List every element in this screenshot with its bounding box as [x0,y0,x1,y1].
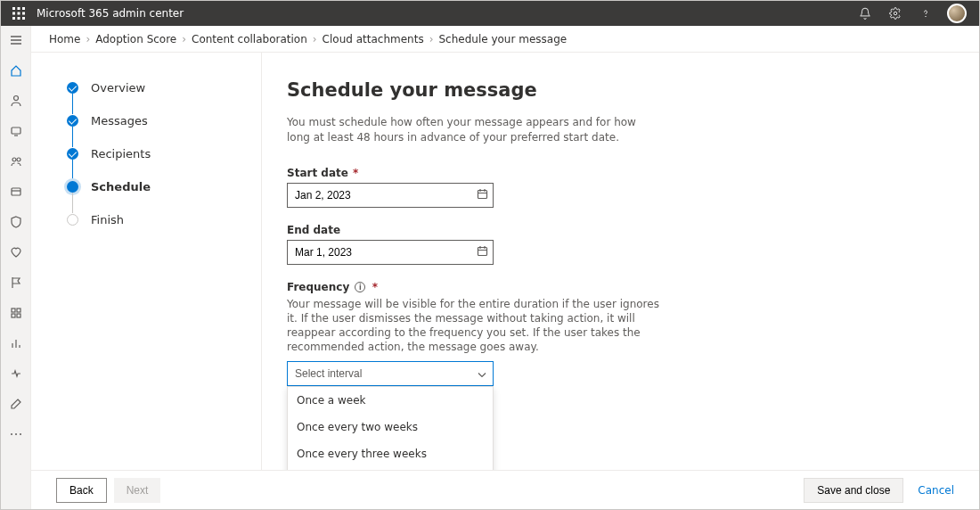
cancel-link[interactable]: Cancel [918,484,954,497]
page-title: Schedule your message [287,79,954,101]
svg-point-21 [15,433,17,435]
breadcrumb: Home › Adoption Score › Content collabor… [31,26,979,53]
rail-shield-icon[interactable] [6,213,26,231]
svg-point-20 [11,433,12,435]
step-recipients[interactable]: Recipients [67,147,240,180]
rail-users-icon[interactable] [6,92,26,110]
start-date-input[interactable] [287,183,494,208]
page-description: You must schedule how often your message… [287,115,652,145]
step-messages[interactable]: Messages [67,114,240,147]
rail-flag-icon[interactable] [6,274,26,292]
frequency-label: Frequency i * [287,281,954,293]
breadcrumb-item[interactable]: Content collaboration [192,33,307,45]
app-title: Microsoft 365 admin center [37,7,856,20]
frequency-option[interactable]: Once a week [288,387,493,414]
rail-reports-icon[interactable] [6,334,26,352]
svg-point-14 [17,158,20,161]
frequency-option[interactable]: Once a month [288,467,493,470]
rail-billing-icon[interactable] [6,183,26,201]
start-date-label: Start date * [287,167,954,179]
rail-devices-icon[interactable] [6,122,26,140]
frequency-option[interactable]: Once every three weeks [288,440,493,467]
dot-icon [67,214,78,226]
end-date-label: End date [287,224,954,236]
breadcrumb-item[interactable]: Cloud attachments [323,33,424,45]
svg-point-11 [13,96,18,101]
rail-heart-icon[interactable] [6,243,26,261]
chevron-right-icon: › [313,33,317,45]
rail-setup-icon[interactable] [6,304,26,322]
wizard-footer: Back Next Save and close Cancel [31,470,979,509]
breadcrumb-item[interactable]: Home [49,33,80,45]
frequency-help-text: Your message will be visible for the ent… [287,297,670,355]
settings-gear-icon[interactable] [886,4,904,22]
svg-rect-0 [12,7,15,10]
check-icon [67,82,78,94]
rail-home-icon[interactable] [6,62,26,79]
app-launcher-icon[interactable] [8,3,29,24]
user-avatar[interactable] [947,4,967,23]
save-and-close-button[interactable]: Save and close [804,478,903,503]
svg-rect-18 [12,314,15,317]
svg-rect-3 [12,12,15,15]
svg-rect-1 [18,7,20,10]
rail-health-icon[interactable] [6,365,26,382]
svg-rect-2 [22,7,25,10]
svg-rect-15 [12,188,20,195]
wizard-steps: Overview Messages Recipients Schedule Fi… [31,53,261,470]
chevron-right-icon: › [429,33,434,45]
help-icon[interactable] [917,4,935,22]
svg-point-13 [12,158,16,161]
info-icon[interactable]: i [355,282,365,292]
svg-point-22 [20,433,21,435]
end-date-input[interactable] [287,240,494,265]
rail-groups-icon[interactable] [6,152,26,170]
dot-icon [67,181,78,193]
svg-rect-5 [22,12,25,15]
breadcrumb-item[interactable]: Adoption Score [95,33,176,45]
svg-point-10 [926,16,927,17]
global-header: Microsoft 365 admin center [1,1,979,26]
step-schedule[interactable]: Schedule [67,180,240,213]
check-icon [67,148,78,160]
step-overview[interactable]: Overview [67,81,240,114]
svg-rect-7 [18,17,20,20]
svg-rect-4 [18,12,20,15]
rail-menu-icon[interactable] [6,31,26,49]
frequency-select[interactable]: Select interval [287,361,494,386]
form-area: Schedule your message You must schedule … [262,53,979,470]
chevron-right-icon: › [86,33,90,45]
left-rail [1,26,31,509]
svg-rect-17 [17,308,20,312]
notifications-icon[interactable] [856,4,874,22]
next-button: Next [114,478,161,503]
chevron-right-icon: › [182,33,186,45]
svg-rect-19 [17,314,20,317]
svg-rect-8 [22,17,25,20]
breadcrumb-current: Schedule your message [438,33,567,45]
check-icon [67,115,78,127]
rail-edit-icon[interactable] [6,395,26,413]
svg-rect-6 [12,17,15,20]
back-button[interactable]: Back [56,478,107,503]
step-finish[interactable]: Finish [67,213,240,246]
frequency-dropdown: Once a week Once every two weeks Once ev… [287,386,494,470]
svg-rect-12 [12,128,20,134]
svg-rect-16 [12,308,15,312]
svg-point-9 [894,12,897,15]
frequency-option[interactable]: Once every two weeks [288,414,493,440]
rail-more-icon[interactable] [6,425,26,443]
